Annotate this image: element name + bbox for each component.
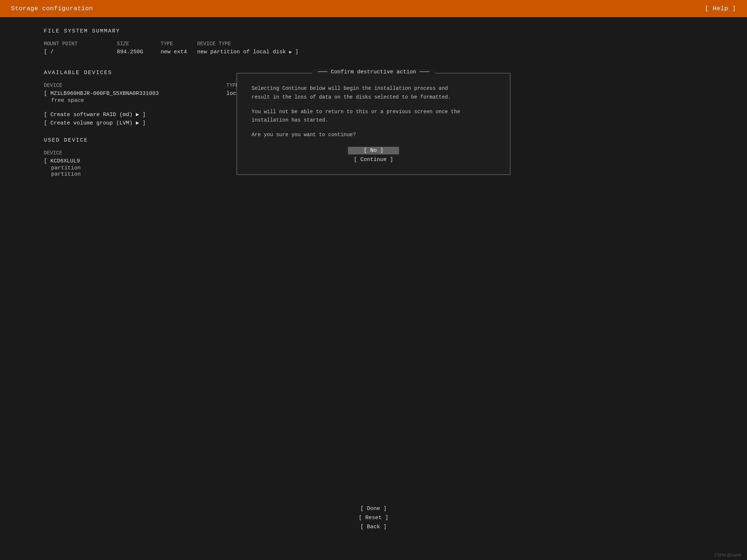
modal-overlay: ─── Confirm destructive action ─── Selec… (0, 0, 747, 560)
modal-title: ─── Confirm destructive action ─── (312, 69, 435, 75)
modal-content: Selecting Continue below will begin the … (252, 84, 495, 139)
modal-para1: Selecting Continue below will begin the … (252, 84, 495, 102)
modal-para2: You will not be able to return to this o… (252, 108, 495, 125)
continue-button[interactable]: [ Continue ] (348, 156, 399, 164)
no-button[interactable]: [ No ] (348, 147, 399, 154)
watermark: CSDN @ziqibit (714, 553, 741, 557)
modal-buttons: [ No ] [ Continue ] (252, 147, 495, 164)
confirm-dialog: ─── Confirm destructive action ─── Selec… (237, 73, 510, 175)
modal-question: Are you sure you want to continue? (252, 131, 495, 139)
